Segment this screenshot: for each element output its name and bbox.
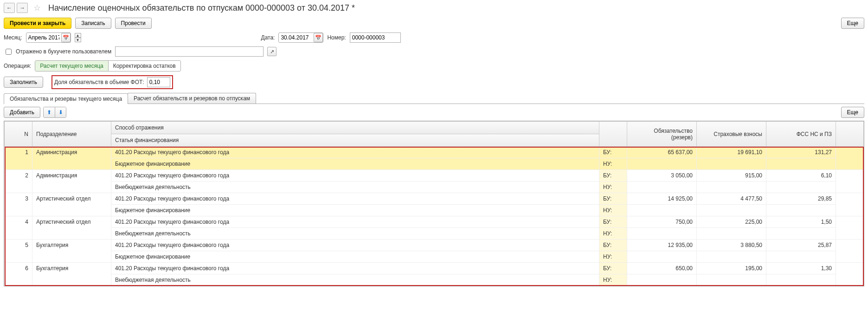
share-input[interactable] [147,77,170,87]
cell-ins: 225,00 [697,216,766,228]
cell-blank [836,147,864,170]
cell-fss-nu [766,158,836,170]
table-row-sub[interactable]: Бюджетное финансированиеНУ: [5,251,864,263]
cell-finance: Бюджетное финансирование [111,205,599,216]
cell-nu: НУ: [599,251,627,263]
cell-method: 401.20 Расходы текущего финансового года [111,170,599,182]
table-row[interactable]: 1Администрация401.20 Расходы текущего фи… [5,147,864,158]
cell-dept: Артистический отдел [32,193,111,216]
cell-oblig: 750,00 [627,216,697,228]
month-input[interactable] [26,33,61,42]
date-input[interactable] [279,33,314,42]
cell-ins: 19 691,10 [697,147,766,158]
col-method[interactable]: Способ отражения [111,122,599,134]
cell-finance: Внебюджетная деятельность [111,274,599,286]
cell-bu: БУ: [599,263,627,274]
cell-blank [836,170,864,193]
col-ins[interactable]: Страховые взносы [697,122,766,147]
spinner-up-icon[interactable]: ▲ [75,33,81,38]
month-field[interactable] [26,32,71,43]
cell-nu: НУ: [599,182,627,193]
cell-finance: Бюджетное финансирование [111,158,599,170]
table-row[interactable]: 6Бухгалтерия401.20 Расходы текущего фина… [5,263,864,274]
col-n[interactable]: N [5,122,32,147]
post-and-close-button[interactable]: Провести и закрыть [4,18,71,29]
cell-bu: БУ: [599,216,627,228]
cell-fss: 131,27 [766,147,836,158]
cell-bu: БУ: [599,170,627,182]
col-finance[interactable]: Статья финансирования [111,134,599,147]
cell-oblig-nu [627,251,697,263]
more-button-table[interactable]: Еще [841,107,864,118]
open-external-icon[interactable] [267,47,276,56]
table-row[interactable]: 2Администрация401.20 Расходы текущего фи… [5,170,864,182]
cell-fss: 1,30 [766,263,836,274]
cell-n: 1 [5,147,32,170]
cell-oblig-nu [627,274,697,286]
cell-oblig-nu [627,205,697,216]
table-row-sub[interactable]: Внебюджетная деятельностьНУ: [5,274,864,286]
move-down-button[interactable]: ⬇ [55,107,66,117]
share-highlight-box: Доля обязательств в объеме ФОТ: [51,75,173,89]
favorite-icon[interactable]: ☆ [32,3,42,13]
cell-oblig-nu [627,228,697,240]
add-button[interactable]: Добавить [4,107,40,118]
col-dept[interactable]: Подразделение [32,122,111,147]
cell-ins: 195,00 [697,263,766,274]
cell-ins: 915,00 [697,170,766,182]
table-row-sub[interactable]: Внебюджетная деятельностьНУ: [5,182,864,193]
date-label: Дата: [261,34,275,41]
cell-finance: Внебюджетная деятельность [111,182,599,193]
cell-bu: БУ: [599,193,627,205]
post-button[interactable]: Провести [115,18,152,29]
cell-oblig-nu [627,158,697,170]
cell-finance: Внебюджетная деятельность [111,228,599,240]
cell-fss-nu [766,205,836,216]
table-row-sub[interactable]: Бюджетное финансированиеНУ: [5,205,864,216]
reflected-user-input[interactable] [115,46,264,57]
table-row[interactable]: 3Артистический отдел401.20 Расходы текущ… [5,193,864,205]
table-row-sub[interactable]: Бюджетное финансированиеНУ: [5,158,864,170]
table-row[interactable]: 5Бухгалтерия401.20 Расходы текущего фина… [5,240,864,251]
number-input[interactable] [350,32,401,43]
fill-button[interactable]: Заполнить [4,77,43,88]
cell-ins-nu [697,251,766,263]
reflected-checkbox[interactable] [6,49,12,55]
nav-forward-button[interactable]: → [17,3,28,13]
tab-calculation[interactable]: Расчет обязательств и резервов по отпуск… [128,93,256,104]
share-label: Доля обязательств в объеме ФОТ: [54,79,144,85]
cell-oblig: 14 925,00 [627,193,697,205]
cell-method: 401.20 Расходы текущего финансового года [111,240,599,251]
cell-nu: НУ: [599,158,627,170]
cell-blank [836,216,864,240]
month-spinner[interactable]: ▲ ▼ [75,33,81,42]
cell-n: 4 [5,216,32,240]
col-oblig[interactable]: Обязательство (резерв) [627,122,697,147]
table-row-sub[interactable]: Внебюджетная деятельностьНУ: [5,228,864,240]
operation-current-month[interactable]: Расчет текущего месяца [35,61,108,71]
calendar-icon-2[interactable] [314,33,323,42]
save-button[interactable]: Записать [75,18,111,29]
cell-blank [836,240,864,263]
cell-fss-nu [766,182,836,193]
operation-correction[interactable]: Корректировка остатков [108,61,180,71]
obligations-table: N Подразделение Способ отражения Обязате… [4,121,864,286]
more-button-top[interactable]: Еще [841,18,864,29]
table-row[interactable]: 4Артистический отдел401.20 Расходы текущ… [5,216,864,228]
number-label: Номер: [327,34,346,41]
calendar-icon[interactable] [61,33,71,42]
cell-dept: Бухгалтерия [32,240,111,263]
cell-dept: Администрация [32,170,111,193]
spinner-down-icon[interactable]: ▼ [75,38,81,42]
page-title: Начисление оценочных обязательств по отп… [48,3,355,13]
cell-nu: НУ: [599,274,627,286]
col-fss[interactable]: ФСС НС и ПЗ [766,122,836,147]
tab-current-obligations[interactable]: Обязательства и резервы текущего месяца [4,93,128,104]
operation-segment: Расчет текущего месяца Корректировка ост… [35,60,180,71]
move-up-button[interactable]: ⬆ [44,107,55,117]
cell-ins-nu [697,274,766,286]
cell-dept: Артистический отдел [32,216,111,240]
cell-method: 401.20 Расходы текущего финансового года [111,216,599,228]
nav-back-button[interactable]: ← [4,3,15,13]
date-field[interactable] [278,32,323,43]
